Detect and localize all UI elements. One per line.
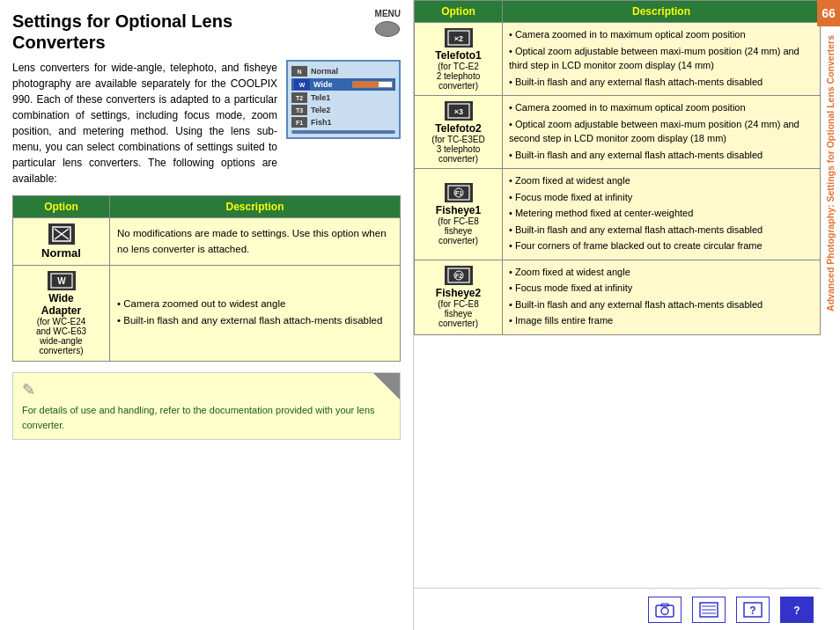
desc-cell-fisheye1: Zoom fixed at widest angle Focus mode fi… (503, 169, 821, 260)
svg-text:F1: F1 (454, 190, 461, 196)
right-panel: 66 Option Description (414, 0, 840, 630)
option-cell-telefoto2: ×3 Telefoto2 (for TC-E3ED3 telephotoconv… (415, 96, 503, 169)
desc-cell-fisheye2: Zoom fixed at widest angle Focus mode fi… (503, 260, 821, 334)
option-cell-fisheye1: F1 Fisheye1 (for FC-E8fisheyeconverter) (415, 169, 503, 260)
wide-label: WideAdapter (20, 292, 102, 317)
fisheye2-label: Fisheye2 (421, 287, 496, 299)
toolbar-help-filled-icon[interactable]: ? (780, 597, 814, 623)
intro-section: Lens converters for wide-angle, telephot… (12, 60, 401, 187)
telefoto1-icon: ×2 (445, 28, 473, 48)
option-cell-wide: W WideAdapter (for WC-E24and WC-E63wide-… (13, 266, 110, 362)
intro-text: Lens converters for wide-angle, telephot… (12, 60, 277, 187)
telefoto1-label: Telefoto1 (421, 49, 496, 62)
side-text: Advanced Photography: Settings for Optio… (825, 35, 836, 311)
svg-text:?: ? (793, 604, 799, 617)
fisheye1-label: Fisheye1 (421, 204, 496, 216)
desc-cell-wide: Camera zoomed out to widest angle Built-… (110, 266, 401, 362)
svg-text:F2: F2 (454, 273, 461, 279)
svg-point-16 (661, 607, 668, 614)
normal-label: Normal (20, 246, 102, 260)
table-row: ×2 Telefoto1 (for TC-E22 telephotoconver… (415, 23, 821, 96)
camera-screen-image: N Normal W Wide T2 Tele1 T3 Tele2 (286, 60, 401, 139)
toolbar-menu-icon[interactable] (692, 597, 726, 623)
svg-text:?: ? (749, 604, 755, 617)
telefoto2-label: Telefoto2 (421, 122, 496, 135)
toolbar-camera-icon[interactable] (648, 597, 682, 623)
desc-cell-normal: No modifications are made to settings. U… (110, 218, 401, 266)
table-row: Normal No modifications are made to sett… (13, 218, 401, 266)
right-options-table: Option Description ×2 (414, 0, 821, 335)
page-number: 66 (817, 0, 840, 26)
table-row: ×3 Telefoto2 (for TC-E3ED3 telephotoconv… (415, 96, 821, 169)
fisheye1-icon: F1 (445, 183, 473, 202)
wide-icon: W (48, 271, 76, 290)
menu-label: MENU (375, 9, 401, 18)
table-row: W WideAdapter (for WC-E24and WC-E63wide-… (13, 266, 401, 362)
bottom-toolbar: ? ? (414, 588, 840, 630)
note-corner-decoration (373, 373, 400, 399)
fisheye2-sub: (for FC-E8fisheyeconverter) (421, 299, 496, 328)
svg-text:×3: ×3 (453, 107, 462, 116)
pencil-icon: ✎ (22, 380, 391, 399)
page-title: Settings for Optional Lens Converters (12, 11, 401, 53)
normal-icon (48, 223, 75, 245)
menu-oval-icon[interactable] (375, 21, 400, 37)
desc-cell-telefoto2: Camera zoomed in to maximum optical zoom… (503, 96, 821, 169)
telefoto2-sub: (for TC-E3ED3 telephotoconverter) (421, 135, 496, 164)
left-col1-header: Option (13, 196, 110, 218)
fisheye1-sub: (for FC-E8fisheyeconverter) (421, 216, 496, 245)
note-section: ✎ For details of use and handling, refer… (12, 372, 401, 440)
toolbar-help-icon[interactable]: ? (736, 597, 770, 623)
table-row: F2 Fisheye2 (for FC-E8fisheyeconverter) … (415, 260, 821, 334)
right-main: Option Description ×2 (414, 0, 840, 588)
option-cell-normal: Normal (13, 218, 110, 266)
right-wrapper: 66 Option Description (414, 0, 840, 630)
table-row: F1 Fisheye1 (for FC-E8fisheyeconverter) … (415, 169, 821, 260)
wide-sub: (for WC-E24and WC-E63wide-angleconverter… (20, 317, 102, 355)
desc-cell-telefoto1: Camera zoomed in to maximum optical zoom… (503, 23, 821, 96)
side-text-container: Advanced Photography: Settings for Optio… (821, 26, 840, 630)
note-text: For details of use and handling, refer t… (22, 403, 391, 432)
menu-icon-area: MENU (375, 9, 401, 37)
svg-text:×2: ×2 (453, 34, 462, 43)
left-col2-header: Description (110, 196, 401, 218)
left-options-table: Option Description Normal (12, 195, 401, 362)
telefoto1-sub: (for TC-E22 telephotoconverter) (421, 62, 496, 91)
right-col1-header: Option (415, 1, 503, 23)
fisheye2-icon: F2 (445, 266, 473, 285)
left-panel: MENU Settings for Optional Lens Converte… (0, 0, 414, 630)
option-cell-fisheye2: F2 Fisheye2 (for FC-E8fisheyeconverter) (415, 260, 503, 334)
svg-text:W: W (57, 276, 66, 286)
right-col2-header: Description (503, 1, 821, 23)
telefoto2-icon: ×3 (445, 101, 473, 121)
option-cell-telefoto1: ×2 Telefoto1 (for TC-E22 telephotoconver… (415, 23, 503, 96)
